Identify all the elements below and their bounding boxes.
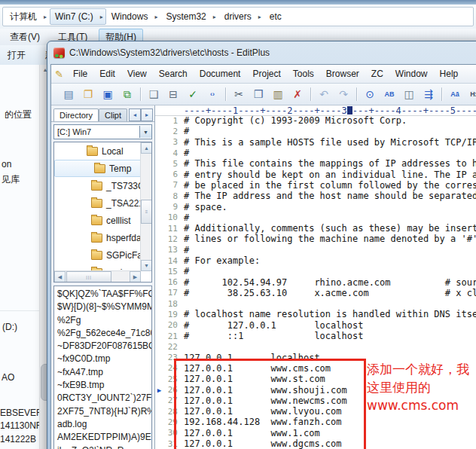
hex-view-button[interactable]: Hx xyxy=(465,86,476,102)
file-list-item[interactable]: ~fxE9B.tmp xyxy=(54,379,151,392)
line-text[interactable]: # xyxy=(178,266,189,276)
editor-line[interactable]: 17 # 38.25.63.10 x.acme.com # x client h… xyxy=(155,288,476,298)
menu-item[interactable]: File xyxy=(67,69,93,79)
editor-line[interactable]: 9 # space. xyxy=(155,201,476,212)
file-list-item[interactable]: 0RCT3Y_IOUNT2`)27FJ9 xyxy=(54,392,151,405)
open-button[interactable]: 打开 xyxy=(8,49,26,62)
breadcrumb-item-label[interactable]: etc xyxy=(265,11,286,22)
editplus-titlebar[interactable]: C:\Windows\System32\drivers\etc\hosts - … xyxy=(50,41,476,64)
scroll-right-icon[interactable]: ▶ xyxy=(130,271,141,283)
redo-button[interactable]: ↷ xyxy=(334,86,352,102)
nav-item-partial[interactable]: 141130NF xyxy=(0,420,39,431)
print-button[interactable]: ⊟ xyxy=(164,86,182,102)
editor-line[interactable]: 19 # localhost name resolution is handle… xyxy=(155,309,476,319)
menu-item[interactable]: Window xyxy=(389,69,434,79)
html-code-button[interactable]: ‹› xyxy=(203,86,221,102)
breadcrumb-segment[interactable]: etc xyxy=(264,8,291,25)
line-text[interactable]: # 102.54.94.97 rhino.acme.com # source s… xyxy=(178,277,476,288)
file-list-item[interactable]: ~DF83DF20F087615BC4 xyxy=(54,340,151,353)
editor-line[interactable]: 11 # Additionally, comments (such as the… xyxy=(155,223,476,234)
editor-line[interactable]: 15 # xyxy=(155,266,476,276)
nav-item-partial[interactable]: 的位置 xyxy=(5,108,32,121)
find-in-files-button[interactable]: ◫ xyxy=(400,86,418,102)
breadcrumb-segment[interactable]: Win7 (C:) ▸ xyxy=(50,8,106,25)
editor-line[interactable]: 21 # ::1 localhost xyxy=(155,331,476,341)
file-list-item[interactable]: %2Fg xyxy=(54,314,151,327)
line-text[interactable]: # 38.25.63.10 x.acme.com # x client host xyxy=(178,288,476,298)
editor-line[interactable]: 6 # entry should be kept on an individua… xyxy=(155,169,476,179)
breadcrumb-item-label[interactable]: drivers xyxy=(220,11,256,22)
breadcrumb[interactable]: 计算机 ▸ Win7 (C:) ▸ Windows ▸ System32 ▸ d… xyxy=(2,7,474,26)
line-text[interactable]: # ::1 localhost xyxy=(178,331,363,341)
tab-scroll-right-icon[interactable]: ▸ xyxy=(141,108,153,121)
line-text[interactable]: # xyxy=(178,126,189,136)
nav-item-partial[interactable]: AO xyxy=(2,372,14,383)
tree-vertical-scrollbar[interactable]: ▲ ≡ ▼ xyxy=(140,142,151,271)
line-text[interactable]: # This file contains the mappings of IP … xyxy=(178,158,476,169)
scrollbar-thumb[interactable]: ≡ xyxy=(141,200,152,224)
editor-line[interactable]: 16 # 102.54.94.97 rhino.acme.com # sourc… xyxy=(155,276,476,287)
chevron-right-icon[interactable]: ▸ xyxy=(98,14,105,20)
file-list-item[interactable]: il., ,Z_O2|`NR_R xyxy=(54,444,151,449)
editor-line[interactable]: 8 # The IP address and the host name sho… xyxy=(155,191,476,201)
line-text[interactable]: # xyxy=(178,148,189,158)
file-list-item[interactable]: ~fx9C0D.tmp xyxy=(54,353,151,365)
menu-item[interactable]: ZC xyxy=(365,69,389,79)
line-text[interactable]: # entry should be kept on an individual … xyxy=(178,170,476,180)
line-text[interactable]: # xyxy=(178,245,189,255)
menu-item[interactable]: Browser xyxy=(320,69,365,79)
chevron-right-icon[interactable]: ▸ xyxy=(211,14,218,20)
delete-button[interactable]: ✗ xyxy=(288,86,307,102)
line-text[interactable]: # 127.0.0.1 localhost xyxy=(178,320,363,331)
new-document-button[interactable]: ▤ xyxy=(60,86,78,102)
menu-item[interactable]: Search xyxy=(153,69,194,79)
tab-scroll-left-icon[interactable]: ◂ xyxy=(129,108,141,121)
editor-line[interactable]: 5 # This file contains the mappings of I… xyxy=(155,158,476,169)
open-folder-button[interactable]: ❐ xyxy=(79,86,97,102)
nav-item-partial[interactable]: on xyxy=(2,159,11,170)
editor-line[interactable]: 3 # This is a sample HOSTS file used by … xyxy=(155,137,476,148)
breadcrumb-item-label[interactable]: Win7 (C:) xyxy=(50,11,98,22)
nav-item-partial[interactable]: (D:) xyxy=(2,322,17,332)
tree-item[interactable]: Local xyxy=(54,142,151,160)
editor-line[interactable]: 18 xyxy=(155,298,476,309)
file-list-item[interactable]: ~fxA47.tmp xyxy=(54,366,151,379)
editor-line[interactable]: 10 # xyxy=(155,212,476,223)
tree-horizontal-scrollbar[interactable]: ◀ ||| ▶ xyxy=(54,270,141,282)
chevron-down-icon[interactable]: ▼ xyxy=(139,126,151,138)
editor-line[interactable]: 7 # be placed in the first column follow… xyxy=(155,180,476,191)
nav-item-partial[interactable]: 141222B xyxy=(0,434,36,444)
scroll-up-icon[interactable]: ▲ xyxy=(141,142,152,154)
editor-line[interactable]: 14 # For example: xyxy=(155,255,476,266)
menu-item[interactable]: Tools xyxy=(287,69,320,79)
editor-line[interactable]: 4 # xyxy=(155,148,476,158)
editor-line[interactable]: 2 # xyxy=(155,126,476,136)
undo-button[interactable]: ↶ xyxy=(315,86,333,102)
line-text[interactable]: # localhost name resolution is handled w… xyxy=(178,309,476,319)
line-text[interactable]: # space. xyxy=(178,202,227,212)
menu-item[interactable]: Document xyxy=(194,69,247,79)
line-text[interactable]: # This is a sample HOSTS file used by Mi… xyxy=(178,137,476,148)
explorer-menu-item[interactable]: 查看(V) xyxy=(3,29,47,46)
chevron-right-icon[interactable]: ▸ xyxy=(256,14,264,20)
spell-check-button[interactable]: ✓ xyxy=(184,86,202,102)
scroll-left-icon[interactable]: ◀ xyxy=(54,271,66,283)
breadcrumb-segment[interactable]: 计算机 ▸ xyxy=(5,8,50,25)
tree-item[interactable]: celllist xyxy=(54,212,151,229)
file-list-item[interactable]: AM2EKEDTPPIM)A)9E92 xyxy=(54,431,151,444)
line-text[interactable]: # be placed in the first column followed… xyxy=(178,180,476,191)
file-list-item[interactable]: $QK]QZ%`TAA$FF%FGIF xyxy=(54,288,151,301)
editor-line[interactable]: 20 # 127.0.0.1 localhost xyxy=(155,320,476,331)
breadcrumb-segment[interactable]: System32 ▸ xyxy=(160,8,218,25)
breadcrumb-item-label[interactable]: 计算机 xyxy=(5,11,41,23)
chevron-right-icon[interactable]: ▸ xyxy=(152,14,160,20)
editor-area[interactable]: ----+----1----+----2----+----3---+----4-… xyxy=(155,105,476,449)
breadcrumb-item-label[interactable]: System32 xyxy=(161,11,210,22)
sort-button[interactable]: ⇶ xyxy=(420,86,438,102)
menu-item[interactable]: Edit xyxy=(93,69,121,79)
file-list-item[interactable]: %2Fg_562ece4e_71c800 xyxy=(54,327,151,340)
breadcrumb-item-label[interactable]: Windows xyxy=(107,11,153,22)
line-text[interactable]: # lines or following the machine name de… xyxy=(178,234,476,244)
editor-line[interactable]: 13 # xyxy=(155,245,476,255)
editor-line[interactable]: 1 # Copyright (c) 1993-2009 Microsoft Co… xyxy=(155,115,476,126)
